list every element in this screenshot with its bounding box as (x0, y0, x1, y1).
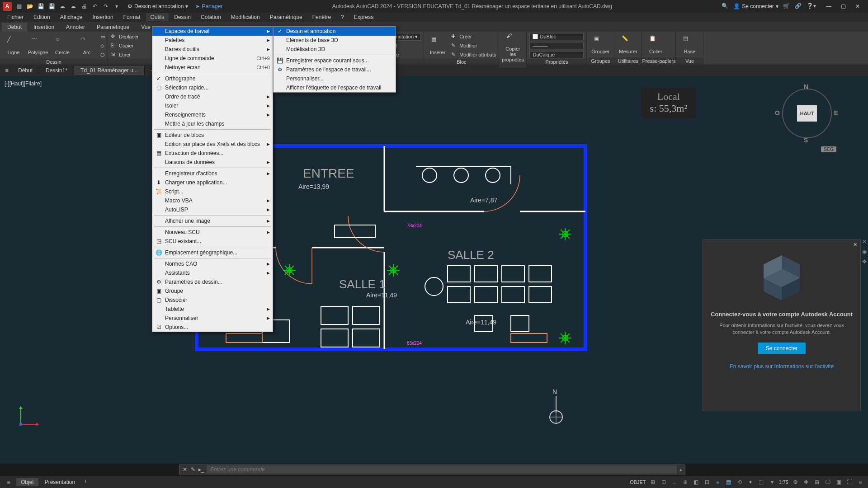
customize-icon[interactable]: ≡ (856, 478, 864, 486)
viewcube-n[interactable]: N (804, 83, 808, 90)
menu-item[interactable]: Liaisons de données▶ (152, 158, 273, 167)
panel-close-button[interactable]: ✕ (851, 242, 859, 249)
save-icon[interactable]: 💾 (36, 2, 45, 11)
menu-item[interactable]: ◳SCU existant... (152, 237, 273, 246)
group-button[interactable]: ▣Grouper (590, 35, 611, 54)
user-icon[interactable]: 👤 Se connecter ▾ (733, 3, 778, 9)
layout-menu-icon[interactable]: ≡ (4, 477, 14, 487)
workspace-selector[interactable]: ⚙ Dessin et annotation ▾ (125, 3, 191, 9)
menu-item[interactable]: Edition sur place des Xréfs et des blocs… (152, 140, 273, 149)
menu-item[interactable]: Isoler▶ (152, 101, 273, 110)
color-dropdown[interactable]: DuBloc (529, 33, 584, 40)
arc-tool[interactable]: ◠Arc (76, 36, 98, 55)
menu-item[interactable]: ⬚Sélection rapide... (152, 83, 273, 92)
menu-item[interactable]: ☑Options... (152, 323, 273, 332)
block-attedit-button[interactable]: ✎Modifier attributs (451, 51, 496, 59)
menubar-item-cotation[interactable]: Cotation (196, 13, 226, 21)
menu-item[interactable]: Afficher une image▶ (152, 216, 273, 225)
ribbon-tab-annoter[interactable]: Annoter (61, 23, 90, 32)
draw-extra-3[interactable]: ⬡ (100, 51, 105, 59)
measure-button[interactable]: 📏Mesurer (617, 35, 639, 54)
menubar-item-dessin[interactable]: Dessin (170, 13, 195, 21)
menubar-item-express[interactable]: Express (349, 13, 378, 21)
cmd-wrench-icon[interactable]: ✎ (189, 466, 197, 473)
sel-filter-icon[interactable]: ▾ (768, 478, 776, 486)
menu-item[interactable]: Ordre de tracé▶ (152, 92, 273, 101)
viewport[interactable]: [-][Haut][Filaire] Local s: 55,3m² HAUT … (0, 76, 868, 464)
line-tool[interactable]: ╱Ligne (3, 36, 24, 55)
base-view-button[interactable]: ▤Base (679, 35, 700, 54)
viewcube-e[interactable]: E (834, 109, 838, 117)
cmd-dropdown-icon[interactable]: ▴ (677, 466, 685, 473)
draw-extra-2[interactable]: ◇ (100, 42, 105, 50)
sel-cycle-icon[interactable]: ⟲ (736, 478, 744, 486)
iso-icon[interactable]: ◧ (692, 478, 700, 486)
undo-icon[interactable]: ↶ (90, 2, 99, 11)
status-scale[interactable]: 1:75 (779, 479, 788, 485)
block-edit-button[interactable]: ✎Modifier (451, 42, 496, 50)
menu-item[interactable]: Normes CAO▶ (152, 259, 273, 268)
menu-item[interactable]: Assistants▶ (152, 268, 273, 277)
menu-item[interactable]: ▢Dissocier (152, 296, 273, 305)
menu-item[interactable]: Mettre à jour les champs (152, 119, 273, 128)
paste-button[interactable]: 📋Coller (645, 35, 666, 54)
nav-bar[interactable]: ✕ ◉ ✥ (861, 239, 868, 266)
insert-block-button[interactable]: ▦Insérer (427, 36, 448, 55)
ribbon-tab-insertion[interactable]: Insertion (28, 23, 60, 32)
osnap-icon[interactable]: ⊡ (703, 478, 711, 486)
navbar-close-icon[interactable]: ✕ (861, 239, 868, 246)
menu-item[interactable]: ⚙Paramètres de dessin... (152, 277, 273, 286)
gear-icon[interactable]: ⚙ (791, 478, 799, 486)
app-logo[interactable]: A (3, 2, 12, 11)
print-icon[interactable]: 🖨 (80, 2, 89, 11)
viewcube[interactable]: HAUT N S E O (778, 84, 836, 143)
close-button[interactable]: ✕ (852, 2, 863, 11)
navbar-pan-icon[interactable]: ✥ (861, 258, 868, 266)
app-store-icon[interactable]: 🛒 (783, 3, 790, 10)
menu-item[interactable]: ▣Editeur de blocs (152, 131, 273, 140)
menu-item[interactable]: 🌐Emplacement géographique... (152, 248, 273, 257)
menubar-item-format[interactable]: Format (119, 13, 145, 21)
panel-signin-button[interactable]: Se connecter (758, 343, 806, 354)
monitor-icon[interactable]: 🖵 (824, 478, 832, 486)
submenu-item[interactable]: Afficher l'étiquette de l'espace de trav… (274, 83, 396, 92)
grid-icon[interactable]: ⊞ (649, 478, 657, 486)
submenu-item[interactable]: Personnaliser... (274, 74, 396, 83)
menubar-item-edition[interactable]: Edition (29, 13, 55, 21)
polar-icon[interactable]: ⊕ (681, 478, 689, 486)
panel-learnmore-link[interactable]: En savoir plus sur Informations sur l'ac… (730, 363, 834, 370)
menubar-item-affichage[interactable]: Affichage (56, 13, 87, 21)
cmd-close-icon[interactable]: ✕ (181, 466, 189, 473)
submenu-item[interactable]: 💾Enregistrer espace courant sous... (274, 56, 396, 65)
menubar-item-fichier[interactable]: Fichier (3, 13, 28, 21)
minimize-button[interactable]: ― (823, 2, 835, 11)
menubar-item-modification[interactable]: Modification (226, 13, 264, 21)
transparency-icon[interactable]: ▤ (725, 478, 733, 486)
command-line[interactable]: ✕ ✎ ▸_ ▴ (179, 465, 685, 474)
lineweight-icon[interactable]: ≡ (714, 478, 722, 486)
saveas-icon[interactable]: 💾 (47, 2, 56, 11)
3dosnap-icon[interactable]: ✦ (746, 478, 755, 486)
move-tool[interactable]: ✥Déplacer (111, 33, 139, 41)
help-icon[interactable]: ❔▾ (807, 3, 814, 10)
lineweight-dropdown[interactable]: DuCalque (529, 51, 584, 58)
menubar-item-fenêtre[interactable]: Fenêtre (308, 13, 335, 21)
menu-item[interactable]: ▣Groupe (152, 286, 273, 296)
viewcube-o[interactable]: O (775, 109, 780, 117)
ortho-icon[interactable]: ∟ (670, 478, 679, 486)
filetab-menu-icon[interactable]: ≡ (2, 66, 12, 75)
scg-badge[interactable]: SCG (821, 146, 836, 152)
menu-item[interactable]: Espaces de travail▶ (152, 27, 273, 36)
menu-item[interactable]: AutoLISP▶ (152, 205, 273, 214)
anno-vis-icon[interactable]: ✚ (802, 478, 810, 486)
new-icon[interactable]: ▥ (14, 2, 24, 11)
copy-tool[interactable]: ⎘Copier (111, 42, 139, 50)
filetab-start[interactable]: Début (12, 66, 39, 75)
dyn-ucs-icon[interactable]: ⬚ (757, 478, 765, 486)
submenu-item[interactable]: ⚙Paramètres de l'espace de travail... (274, 65, 396, 74)
menu-item[interactable]: Macro VBA▶ (152, 196, 273, 205)
menu-item[interactable]: Personnaliser▶ (152, 314, 273, 323)
viewcube-s[interactable]: S (804, 136, 808, 144)
draw-extra-1[interactable]: ▭ (100, 33, 105, 41)
cloud-open-icon[interactable]: ☁ (58, 2, 67, 11)
